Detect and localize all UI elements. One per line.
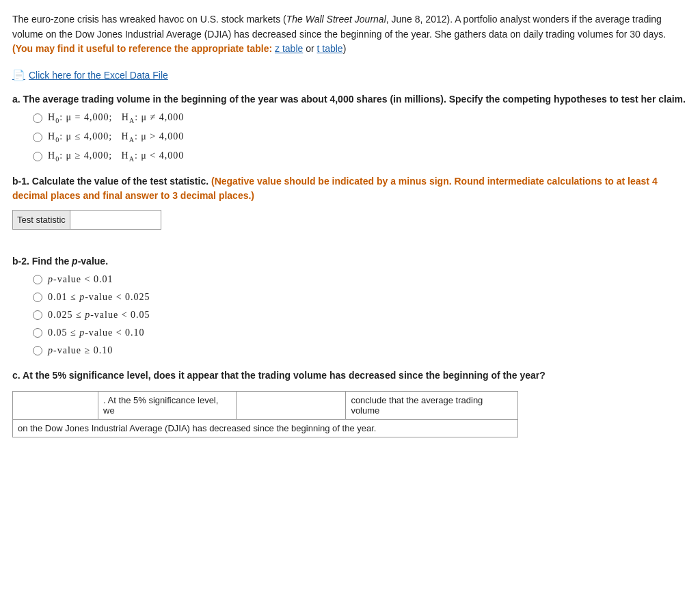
- section-a-label: a. The average trading volume in the beg…: [12, 92, 688, 107]
- section-b1: b-1. Calculate the value of the test sta…: [12, 174, 688, 230]
- section-c-table: . At the 5% significance level, we concl…: [12, 391, 518, 437]
- intro-paragraph: The euro-zone crisis has wreaked havoc o…: [12, 12, 688, 57]
- hypothesis-option-3: H0: μ ≥ 4,000; HA: μ < 4,000: [33, 150, 688, 163]
- z-table-link[interactable]: z table: [275, 43, 303, 54]
- intro-text1: The euro-zone crisis has wreaked havoc o…: [12, 14, 286, 25]
- p-value-label-1: p-value < 0.01: [48, 274, 113, 285]
- p-value-option-5: p-value ≥ 0.10: [33, 345, 688, 356]
- p-value-option-3: 0.025 ≤ p-value < 0.05: [33, 310, 688, 321]
- section-c-cell-input2: [237, 392, 346, 420]
- section-b1-label: b-1. Calculate the value of the test sta…: [12, 174, 688, 203]
- hypothesis-radio-1[interactable]: [33, 113, 42, 123]
- or-text: or: [303, 43, 317, 54]
- t-table-link[interactable]: t table: [317, 43, 343, 54]
- section-c-cell-end-text: conclude that the average trading volume: [346, 392, 518, 420]
- section-c-row2: on the Dow Jones Industrial Average (DJI…: [13, 420, 518, 437]
- excel-link-text: Click here for the Excel Data File: [29, 70, 168, 81]
- p-value-radio-2[interactable]: [33, 293, 42, 302]
- section-a: a. The average trading volume in the beg…: [12, 92, 688, 162]
- p-value-radio-5[interactable]: [33, 346, 42, 355]
- hypothesis-radio-3[interactable]: [33, 152, 42, 161]
- section-c: c. At the 5% significance level, does it…: [12, 368, 688, 437]
- hypothesis-formula-1: H0: μ = 4,000; HA: μ ≠ 4,000: [48, 112, 184, 124]
- p-value-radio-1[interactable]: [33, 275, 42, 284]
- p-value-radio-4[interactable]: [33, 328, 42, 338]
- p-value-label-4: 0.05 ≤ p-value < 0.10: [48, 327, 145, 338]
- hypothesis-formula-3: H0: μ ≥ 4,000; HA: μ < 4,000: [48, 150, 184, 163]
- excel-icon: 📄: [12, 69, 25, 81]
- p-value-label-2: 0.01 ≤ p-value < 0.025: [48, 292, 150, 303]
- hypothesis-option-1: H0: μ = 4,000; HA: μ ≠ 4,000: [33, 112, 688, 124]
- p-value-option-4: 0.05 ≤ p-value < 0.10: [33, 327, 688, 338]
- hypothesis-radio-2[interactable]: [33, 133, 42, 142]
- section-c-label: c. At the 5% significance level, does it…: [12, 368, 688, 383]
- hypothesis-formula-2: H0: μ ≤ 4,000; HA: μ > 4,000: [48, 131, 184, 144]
- test-statistic-label-cell: Test statistic: [13, 211, 70, 230]
- close-paren: ): [343, 43, 347, 54]
- p-value-option-1: p-value < 0.01: [33, 274, 688, 285]
- hypothesis-options: H0: μ = 4,000; HA: μ ≠ 4,000 H0: μ ≤ 4,0…: [33, 112, 688, 162]
- bold-reference-text: (You may find it useful to reference the…: [12, 43, 272, 54]
- section-c-cell-input1: [13, 392, 98, 420]
- section-c-row2-cell: on the Dow Jones Industrial Average (DJI…: [13, 420, 518, 437]
- journal-name: The Wall Street Journal: [286, 14, 386, 25]
- test-statistic-input[interactable]: [75, 213, 157, 226]
- p-value-label-3: 0.025 ≤ p-value < 0.05: [48, 310, 150, 321]
- section-b2-label: b-2. Find the p-value.: [12, 254, 688, 269]
- p-value-label-5: p-value ≥ 0.10: [48, 345, 113, 356]
- section-c-cell-middle-text: . At the 5% significance level, we: [98, 392, 237, 420]
- excel-download-link[interactable]: 📄 Click here for the Excel Data File: [12, 69, 688, 81]
- section-c-input1[interactable]: [18, 401, 93, 411]
- test-statistic-input-cell: [70, 211, 161, 230]
- p-value-radio-3[interactable]: [33, 310, 42, 320]
- hypothesis-option-2: H0: μ ≤ 4,000; HA: μ > 4,000: [33, 131, 688, 144]
- p-value-options: p-value < 0.01 0.01 ≤ p-value < 0.025 0.…: [33, 274, 688, 356]
- section-c-input2[interactable]: [241, 401, 340, 411]
- p-value-option-2: 0.01 ≤ p-value < 0.025: [33, 292, 688, 303]
- section-c-row1: . At the 5% significance level, we concl…: [13, 392, 518, 420]
- section-b2: b-2. Find the p-value. p-value < 0.01 0.…: [12, 254, 688, 356]
- test-statistic-table: Test statistic: [12, 210, 161, 230]
